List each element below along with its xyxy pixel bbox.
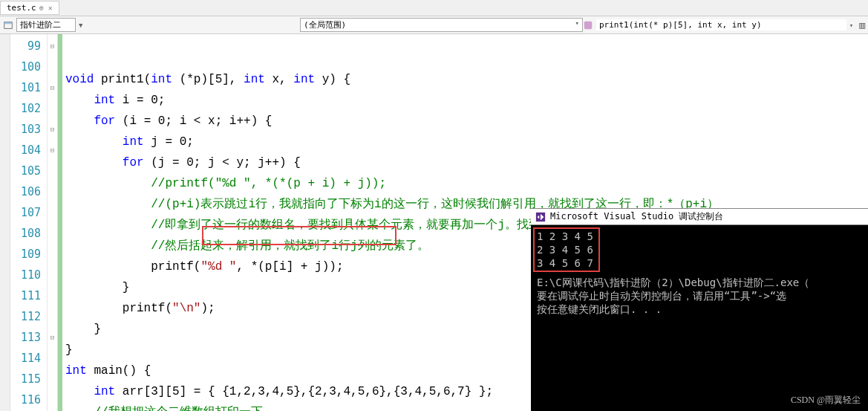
pin-icon[interactable]: ⊕	[39, 4, 44, 12]
function-dropdown[interactable]: print1(int(* p)[5], int x, int y)	[596, 19, 846, 30]
console-body: 1 2 3 4 52 3 4 5 63 4 5 6 7 E:\C网课代码\指针进…	[531, 225, 868, 320]
watermark: CSDN @雨翼轻尘	[791, 394, 861, 407]
fold-toggle	[48, 98, 57, 119]
line-number: 109	[10, 244, 47, 265]
console-hint2: 按任意键关闭此窗口. . .	[537, 302, 862, 316]
code-line[interactable]: for (j = 0; j < y; j++) {	[65, 152, 868, 173]
fold-toggle[interactable]: ⊟	[48, 140, 57, 161]
toolbar-mid: (全局范围) ▾	[300, 18, 583, 32]
line-number: 104	[10, 140, 47, 161]
fold-toggle[interactable]: ⊟	[48, 119, 57, 140]
line-number: 101	[10, 77, 47, 98]
chevron-down-icon: ▾	[849, 22, 853, 29]
console-output: 1 2 3 4 52 3 4 5 63 4 5 6 7	[537, 230, 862, 270]
line-number: 116	[10, 389, 47, 410]
line-number: 111	[10, 285, 47, 306]
fold-toggle	[48, 369, 57, 389]
fold-toggle[interactable]: ⊟	[48, 327, 57, 348]
function-icon	[583, 20, 593, 30]
navigation-toolbar: 指针进阶二 ▼ (全局范围) ▾ print1(int(* p)[5], int…	[0, 16, 868, 34]
scope-dropdown[interactable]: (全局范围) ▾	[300, 18, 583, 32]
code-line[interactable]: for (i = 0; i < x; i++) {	[65, 111, 868, 132]
svg-rect-2	[584, 21, 593, 29]
chevron-down-icon: ▾	[575, 19, 579, 30]
code-line[interactable]: int j = 0;	[65, 132, 868, 152]
fold-toggle	[48, 348, 57, 369]
toolbar-left: 指针进阶二 ▼	[3, 18, 300, 32]
debug-console: Microsoft Visual Studio 调试控制台 1 2 3 4 52…	[531, 208, 868, 411]
line-number: 108	[10, 223, 47, 244]
fold-strip: ⊟⊟⊟⊟⊟	[48, 34, 58, 411]
tab-bar: test.c ⊕ ✕	[0, 0, 868, 16]
svg-rect-1	[4, 22, 13, 24]
dropdown-arrow-icon[interactable]: ▼	[79, 22, 82, 29]
fold-toggle	[48, 265, 57, 285]
highlight-box	[202, 226, 397, 245]
close-icon[interactable]: ✕	[48, 4, 53, 12]
fold-toggle	[48, 306, 57, 327]
fold-toggle	[48, 244, 57, 265]
fold-toggle	[48, 181, 57, 202]
margin-strip	[0, 34, 10, 411]
line-number: 103	[10, 119, 47, 140]
line-number: 114	[10, 348, 47, 369]
file-tab[interactable]: test.c ⊕ ✕	[0, 1, 59, 15]
code-line[interactable]: int i = 0;	[65, 90, 868, 111]
console-hint1: 要在调试停止时自动关闭控制台，请启用“工具”->“选	[537, 289, 862, 302]
vs-icon	[535, 212, 546, 222]
line-number: 112	[10, 306, 47, 327]
fold-toggle[interactable]: ⊟	[48, 77, 57, 98]
line-number: 113	[10, 327, 47, 348]
console-path: E:\C网课代码\指针进阶（2）\Debug\指针进阶二.exe（	[537, 276, 862, 289]
line-number: 105	[10, 161, 47, 181]
split-icon[interactable]: ▥	[859, 19, 865, 30]
fold-toggle	[48, 56, 57, 77]
fold-toggle[interactable]: ⊟	[48, 36, 57, 56]
console-titlebar[interactable]: Microsoft Visual Studio 调试控制台	[531, 209, 868, 225]
project-icon	[3, 20, 13, 30]
code-line[interactable]: void print1(int (*p)[5], int x, int y) {	[65, 69, 868, 90]
line-number: 99	[10, 36, 47, 56]
project-dropdown[interactable]: 指针进阶二	[16, 18, 76, 32]
line-number-gutter: 9910010110210310410510610710810911011111…	[10, 34, 48, 411]
tab-filename: test.c	[7, 3, 36, 13]
fold-toggle	[48, 161, 57, 181]
fold-toggle	[48, 223, 57, 244]
line-number: 110	[10, 265, 47, 285]
console-title-text: Microsoft Visual Studio 调试控制台	[550, 210, 723, 223]
fold-toggle	[48, 202, 57, 223]
output-highlight-box	[533, 227, 600, 272]
line-number: 100	[10, 56, 47, 77]
code-line[interactable]: //printf("%d ", *(*(p + i) + j));	[65, 173, 868, 194]
fold-toggle	[48, 285, 57, 306]
line-number: 106	[10, 181, 47, 202]
line-number: 107	[10, 202, 47, 223]
line-number: 115	[10, 369, 47, 389]
line-number: 102	[10, 98, 47, 119]
fold-toggle	[48, 389, 57, 410]
toolbar-right: print1(int(* p)[5], int x, int y) ▾ ▥	[583, 19, 865, 30]
